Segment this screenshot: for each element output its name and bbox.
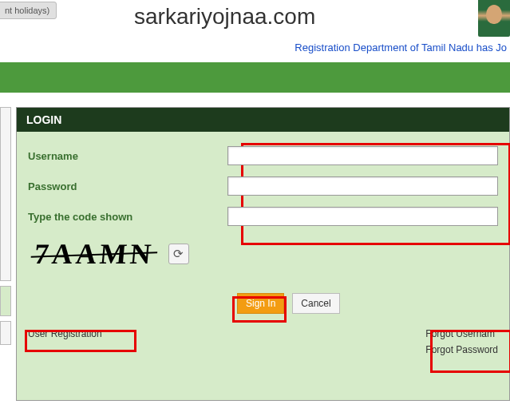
holidays-button[interactable]: nt holidays) (0, 2, 57, 19)
forgot-username-link[interactable]: Forgot Usernam (425, 328, 498, 339)
left-panel-3 (0, 321, 11, 345)
refresh-icon: ⟳ (173, 247, 184, 261)
username-label: Username (28, 150, 227, 162)
login-title: LOGIN (17, 108, 509, 132)
button-row: Sign In Cancel (237, 293, 498, 314)
username-input[interactable] (227, 146, 498, 165)
captcha-display-row: 7AAMN ⟳ (28, 237, 498, 271)
watermark-text: sarkariyojnaa.com (134, 4, 315, 30)
left-panel-2 (0, 286, 11, 316)
marquee-text[interactable]: Registration Department of Tamil Nadu ha… (295, 42, 507, 53)
header: nt holidays) sarkariyojnaa.com (0, 0, 510, 34)
captcha-row: Type the code shown (28, 207, 498, 226)
left-panel-1 (0, 107, 11, 281)
captcha-input[interactable] (227, 207, 498, 226)
left-sidebar-stub (0, 107, 11, 401)
refresh-captcha-button[interactable]: ⟳ (168, 244, 189, 264)
nav-bar (0, 62, 510, 93)
captcha-label: Type the code shown (28, 211, 227, 223)
login-panel: LOGIN Username Password Type the code sh… (16, 107, 510, 401)
cancel-button[interactable]: Cancel (292, 293, 339, 314)
captcha-code: 7AAMN (33, 237, 156, 271)
username-row: Username (28, 146, 498, 165)
forgot-links: Forgot Usernam Forgot Password (425, 328, 498, 360)
portrait-image (478, 0, 510, 37)
user-registration-link[interactable]: User Registration (28, 328, 102, 339)
forgot-password-link[interactable]: Forgot Password (425, 344, 498, 355)
marquee: Registration Department of Tamil Nadu ha… (0, 40, 510, 56)
password-row: Password (28, 176, 498, 196)
password-label: Password (28, 180, 227, 192)
password-input[interactable] (227, 176, 498, 196)
login-body: Username Password Type the code shown 7A… (17, 132, 509, 400)
signin-button[interactable]: Sign In (237, 293, 284, 314)
main-content: LOGIN Username Password Type the code sh… (0, 107, 510, 401)
links-row: User Registration Forgot Usernam Forgot … (28, 328, 498, 360)
